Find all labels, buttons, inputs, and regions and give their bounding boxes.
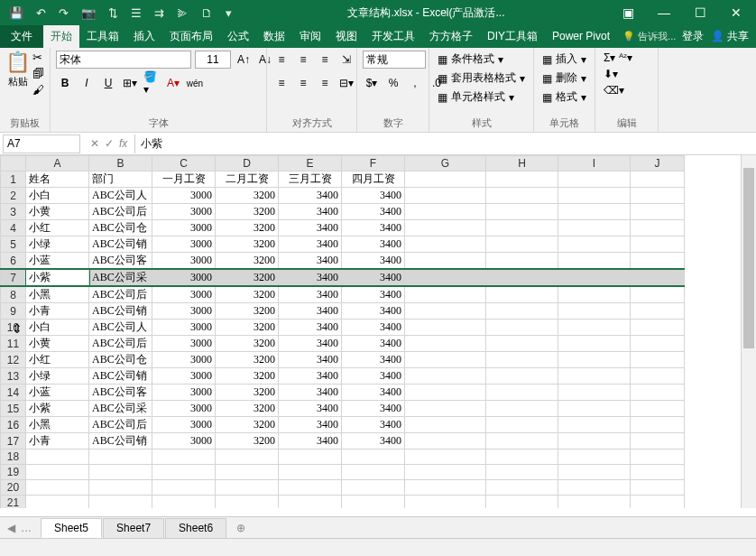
cell[interactable]: 小青 [26,303,89,320]
cell[interactable]: 3400 [279,269,342,286]
cell[interactable]: 小紫 [26,401,89,417]
delete-cells-button[interactable]: ▦删除 ▾ [539,70,589,87]
cell[interactable]: 3200 [216,286,279,303]
cell[interactable] [486,286,558,303]
tab-视图[interactable]: 视图 [328,25,364,48]
autosum-button[interactable]: Σ▾ ᴬᶻ▾ [601,51,635,65]
cell[interactable]: 3400 [342,303,405,320]
cell[interactable] [486,320,558,336]
cell[interactable] [486,188,558,204]
cell[interactable]: 小黄 [26,204,89,220]
cell[interactable] [26,449,89,465]
cell[interactable]: 二月工资 [216,171,279,188]
cell[interactable] [558,204,631,220]
sheet-tab[interactable]: Sheet7 [103,518,164,538]
cell[interactable]: 3400 [279,385,342,401]
cell[interactable] [26,465,89,480]
cell[interactable]: 3400 [342,204,405,220]
row-header[interactable]: 7 [1,269,26,286]
cell[interactable] [405,188,486,204]
cell[interactable] [558,253,631,270]
cell[interactable] [342,480,405,496]
cell[interactable] [89,480,152,496]
cell[interactable] [486,253,558,270]
cell[interactable]: 3000 [152,352,216,368]
cell[interactable] [631,385,685,401]
cell[interactable]: 3200 [216,320,279,336]
cell[interactable] [558,385,631,401]
cell[interactable] [486,220,558,236]
align-center-icon[interactable]: ≡ [294,74,312,92]
cell[interactable]: 3400 [342,236,405,253]
row-header[interactable]: 16 [1,417,26,433]
cell[interactable]: 3000 [152,236,216,253]
cell[interactable] [558,465,631,480]
cell[interactable] [89,496,152,509]
cell[interactable] [486,496,558,509]
cell[interactable] [89,449,152,465]
cell[interactable]: ABC公司采 [89,401,152,417]
cell[interactable] [486,449,558,465]
cell[interactable] [405,336,486,352]
qat-icon[interactable]: ⇉ [154,6,164,20]
cell[interactable] [152,496,216,509]
cell[interactable]: 3400 [342,417,405,433]
col-header[interactable]: G [405,156,486,171]
cell[interactable] [631,253,685,270]
cell[interactable]: 3200 [216,204,279,220]
table-format-button[interactable]: ▦套用表格格式 ▾ [435,70,528,87]
cell[interactable] [279,480,342,496]
cell[interactable]: 3400 [279,433,342,449]
italic-button[interactable]: I [78,74,96,92]
cell[interactable]: 3400 [279,417,342,433]
cell[interactable] [558,352,631,368]
cell[interactable]: 3200 [216,385,279,401]
cell[interactable]: 3400 [342,286,405,303]
bold-button[interactable]: B [56,74,74,92]
cell[interactable]: 小蓝 [26,253,89,270]
cell[interactable]: 3400 [342,188,405,204]
cell[interactable]: 3400 [342,220,405,236]
cell[interactable]: 三月工资 [279,171,342,188]
cell[interactable]: 3000 [152,417,216,433]
cell[interactable]: 小蓝 [26,385,89,401]
cell[interactable] [486,433,558,449]
cell[interactable]: 一月工资 [152,171,216,188]
signin-link[interactable]: 登录 [682,29,704,44]
redo-icon[interactable]: ↷ [59,6,69,20]
cell[interactable]: 3400 [279,204,342,220]
cell[interactable] [26,480,89,496]
currency-icon[interactable]: $▾ [363,74,381,92]
cell[interactable]: 3400 [279,286,342,303]
cell[interactable] [486,204,558,220]
camera-icon[interactable]: 📷 [81,6,96,20]
tab-DIY工具箱[interactable]: DIY工具箱 [480,25,545,48]
comma-icon[interactable]: , [406,74,424,92]
tab-插入[interactable]: 插入 [126,25,162,48]
cell[interactable] [558,336,631,352]
cell[interactable]: 姓名 [26,171,89,188]
cell[interactable] [405,433,486,449]
cell[interactable]: 3200 [216,220,279,236]
cell[interactable] [631,433,685,449]
row-header[interactable]: 10 [1,320,26,336]
close-icon[interactable]: ✕ [720,5,752,20]
cell[interactable] [405,385,486,401]
cell[interactable] [405,269,486,286]
cell[interactable] [279,465,342,480]
minimize-icon[interactable]: — [648,5,680,20]
cell[interactable]: 3200 [216,188,279,204]
ribbon-options-icon[interactable]: ▣ [612,5,644,20]
cell[interactable]: 3400 [342,336,405,352]
border-button[interactable]: ⊞▾ [121,74,139,92]
cell[interactable]: 小紫 [26,269,89,286]
col-header[interactable]: C [152,156,216,171]
cell[interactable] [486,417,558,433]
col-header[interactable]: H [486,156,558,171]
cell[interactable]: 小绿 [26,368,89,385]
cancel-formula-icon[interactable]: ✕ [90,137,99,150]
cell[interactable] [631,269,685,286]
cell[interactable]: ABC公司客 [89,253,152,270]
paste-button[interactable]: 📋 粘贴 [5,51,30,88]
cell[interactable] [216,480,279,496]
